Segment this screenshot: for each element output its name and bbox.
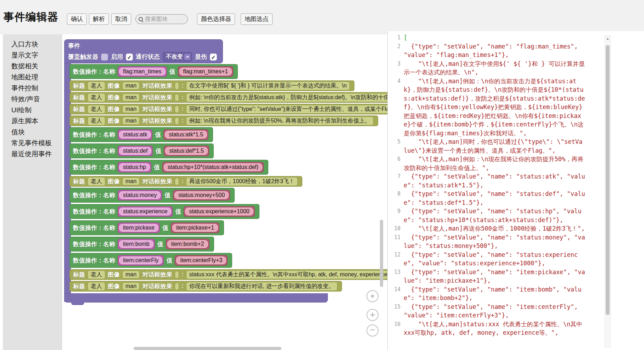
image-field[interactable]: man	[122, 94, 140, 101]
block-setvalue[interactable]: 数值操作：名称status:money值status:money+500	[69, 188, 235, 203]
name-value-block[interactable]: status:def	[118, 146, 153, 156]
pass-state-dropdown[interactable]: 不改变	[163, 52, 192, 62]
name-field[interactable]: status:money	[119, 191, 161, 199]
cancel-button[interactable]: 取消	[111, 13, 131, 25]
block-setvalue[interactable]: 数值操作：名称item:pickaxe值item:pickaxe+1	[69, 220, 224, 235]
expression-value-block[interactable]: flag:man_times+1	[178, 66, 234, 77]
block-setvalue[interactable]: 数值操作：名称item:centerFly值item:centerFly+3	[69, 253, 232, 268]
blockly-workspace[interactable]: 事件 覆盖触发器 启用 通行状态 不改变 显伤 数值操作：名称flag:man_…	[62, 34, 387, 350]
dialog-effect-field[interactable]	[175, 271, 179, 278]
name-field[interactable]: item:bomb	[119, 240, 153, 248]
block-setvalue[interactable]: 数值操作：名称status:experience值status:experien…	[69, 204, 259, 219]
expression-value-block[interactable]: status:atk*1.5	[163, 129, 208, 140]
value-field[interactable]: item:bomb+2	[167, 240, 208, 248]
sidebar-item[interactable]: 显示文字	[3, 50, 62, 61]
image-field[interactable]: man	[122, 177, 140, 185]
value-field[interactable]: status:atk*1.5	[165, 131, 207, 139]
dialog-effect-field[interactable]	[175, 117, 179, 125]
zoom-out-button[interactable]: −	[366, 324, 379, 337]
title-field[interactable]: 老人	[88, 93, 105, 102]
value-field[interactable]: flag:man_times+1	[179, 68, 232, 75]
search-input[interactable]: 搜索图块	[135, 14, 188, 24]
sidebar-item[interactable]: UI绘制	[3, 105, 62, 115]
name-value-block[interactable]: status:money	[118, 190, 162, 201]
block-setvalue[interactable]: 数值操作：名称status:def值status:def*1.5	[69, 143, 214, 158]
workspace-vertical-scrollbar[interactable]	[380, 220, 383, 287]
block-text[interactable]: 标题老人图像man对话框效果:status:xxx 代表勇士的某个属性。\n其中…	[69, 269, 387, 280]
dialog-effect-field[interactable]	[175, 82, 179, 90]
value-field[interactable]: status:experience+1000	[185, 208, 253, 215]
dialog-effect-field[interactable]	[175, 106, 179, 113]
title-field[interactable]: 老人	[88, 270, 105, 279]
value-field[interactable]: status:money+500	[174, 191, 229, 199]
block-text[interactable]: 标题老人图像man对话框效果:例如: \n现在我将让你的攻防提升50%, 再将攻…	[69, 115, 378, 126]
confirm-button[interactable]: 确认	[67, 13, 87, 25]
name-value-block[interactable]: item:centerFly	[118, 255, 164, 266]
name-field[interactable]: item:centerFly	[119, 256, 162, 264]
name-field[interactable]: flag:man_times	[119, 68, 166, 75]
dialog-effect-field[interactable]	[175, 178, 179, 185]
editor-scrollbar-thumb[interactable]	[606, 45, 610, 315]
sidebar-item[interactable]: 特效/声音	[3, 94, 62, 105]
recenter-button[interactable]	[366, 290, 379, 302]
parse-button[interactable]: 解析	[89, 13, 109, 25]
title-field[interactable]: 老人	[88, 81, 105, 90]
expression-value-block[interactable]: status:def*1.5	[164, 146, 209, 156]
sidebar-item[interactable]: 数据相关	[3, 61, 62, 72]
name-field[interactable]: status:def	[119, 147, 151, 155]
title-field[interactable]: 老人	[88, 282, 105, 291]
block-text[interactable]: 标题老人图像man对话框效果:同时, 你也可以通过{"type": "setVa…	[69, 104, 387, 114]
name-field[interactable]: status:hp	[119, 163, 150, 171]
block-setvalue[interactable]: 数值操作：名称status:hp值status:hp+10*(status:at…	[69, 160, 268, 175]
zoom-in-button[interactable]: +	[366, 309, 379, 321]
sidebar-item[interactable]: 原生脚本	[3, 115, 62, 126]
text-field[interactable]: 你现在可以重新和我进行对话, 进一步看到属性值的改变。	[186, 282, 337, 291]
block-text[interactable]: 标题老人图像man对话框效果:你现在可以重新和我进行对话, 进一步看到属性值的改…	[69, 281, 342, 292]
text-field[interactable]: 同时, 你也可以通过{"type": "setValue"}来设置一个勇士的属性…	[186, 105, 387, 114]
json-code-editor[interactable]: 1[2 {"type": "setValue", "name": "flag:m…	[387, 31, 644, 350]
block-setvalue[interactable]: 数值操作：名称flag:man_times值flag:man_times+1	[69, 64, 238, 79]
name-value-block[interactable]: status:atk	[118, 129, 152, 140]
expression-value-block[interactable]: status:hp+10*(status:atk+status:def)	[162, 162, 264, 173]
title-field[interactable]: 老人	[88, 117, 105, 125]
text-field[interactable]: status:xxx 代表勇士的某个属性。\n其中xxx可取hp, atk, d…	[186, 270, 387, 279]
sidebar-item[interactable]: 入口方块	[3, 39, 62, 50]
name-value-block[interactable]: item:pickaxe	[118, 222, 160, 233]
color-picker-button[interactable]: 颜色选择器	[197, 13, 235, 25]
editor-scrollbar[interactable]: ▲	[605, 35, 611, 347]
expression-value-block[interactable]: status:experience+1000	[184, 206, 254, 217]
override-trigger-checkbox[interactable]	[101, 53, 108, 61]
title-field[interactable]: 老人	[88, 177, 105, 186]
image-field[interactable]: man	[122, 82, 140, 90]
sidebar-item[interactable]: 最近使用事件	[3, 148, 62, 159]
name-value-block[interactable]: status:hp	[118, 162, 151, 173]
dialog-effect-field[interactable]	[175, 283, 179, 290]
block-setvalue[interactable]: 数值操作：名称item:bomb值item:bomb+2	[69, 237, 214, 252]
name-value-block[interactable]: status:experience	[118, 206, 173, 217]
value-field[interactable]: status:hp+10*(status:atk+status:def)	[164, 163, 262, 171]
sidebar-item[interactable]: 值块	[3, 126, 62, 137]
map-pick-button[interactable]: 地图选点	[241, 13, 273, 25]
name-value-block[interactable]: flag:man_times	[118, 66, 167, 77]
expression-value-block[interactable]: item:centerFly+3	[175, 255, 228, 266]
expression-value-block[interactable]: status:money+500	[173, 190, 230, 201]
sidebar-item[interactable]: 事件控制	[3, 83, 62, 94]
scroll-up-arrow-icon[interactable]: ▲	[605, 36, 610, 40]
sidebar-item[interactable]: 地图处理	[3, 72, 62, 83]
image-field[interactable]: man	[122, 271, 140, 278]
value-field[interactable]: item:centerFly+3	[176, 256, 226, 264]
workspace-horizontal-scrollbar[interactable]	[134, 347, 281, 350]
dialog-effect-field[interactable]	[175, 94, 179, 101]
text-field[interactable]: 在文字中使用${' ${ '}和 } 可以计算并显示一个表达式的结果。\n	[186, 81, 350, 90]
block-text[interactable]: 标题老人图像man对话框效果:在文字中使用${' ${ '}和 } 可以计算并显…	[69, 80, 354, 91]
sidebar-item[interactable]: 常见事件模板	[3, 137, 62, 148]
show-damage-checkbox[interactable]	[210, 53, 217, 61]
image-field[interactable]: man	[122, 117, 140, 125]
expression-value-block[interactable]: item:pickaxe+1	[171, 222, 219, 233]
name-field[interactable]: status:atk	[119, 131, 151, 139]
text-field[interactable]: 例如: \n现在我将让你的攻防提升50%, 再将攻防和的十倍加到生命值上。	[186, 117, 374, 125]
image-field[interactable]: man	[122, 282, 140, 290]
image-field[interactable]: man	[122, 105, 140, 113]
expression-value-block[interactable]: item:bomb+2	[166, 239, 209, 249]
name-value-block[interactable]: item:bomb	[118, 239, 155, 249]
